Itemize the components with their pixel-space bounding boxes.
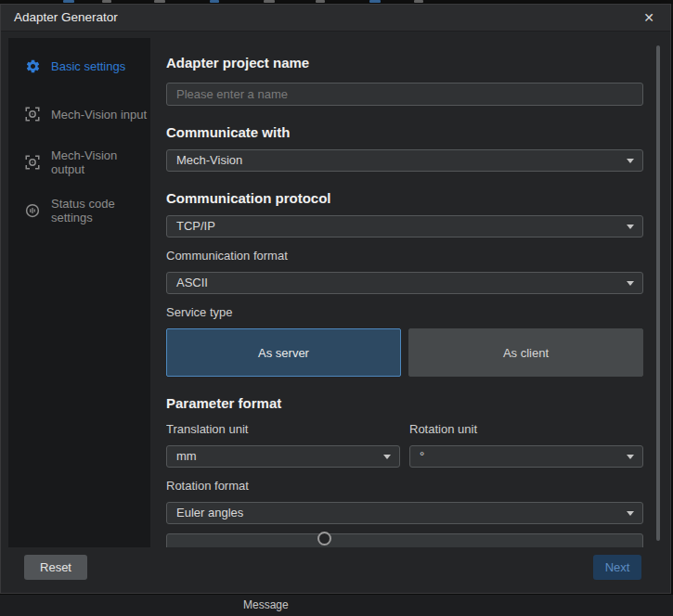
settings-form: Adapter project name Communicate with Me… bbox=[166, 38, 643, 547]
chevron-down-icon bbox=[627, 225, 634, 229]
screen: Adapter Generator ✕ Basic settings Mech-… bbox=[0, 0, 673, 616]
close-icon[interactable]: ✕ bbox=[639, 5, 659, 31]
toolbar-fragment bbox=[63, 0, 74, 3]
rotation-format-label: Rotation format bbox=[166, 479, 643, 493]
communicate-with-value: Mech-Vision bbox=[176, 150, 242, 171]
clipped-radio-icon bbox=[317, 532, 331, 545]
sidebar-item-label: Mech-Vision input bbox=[51, 108, 147, 122]
toolbar-fragment bbox=[210, 0, 219, 3]
rotation-unit-dropdown[interactable]: ° bbox=[409, 445, 643, 468]
toolbar-fragment bbox=[316, 0, 325, 3]
rotation-unit-label: Rotation unit bbox=[409, 422, 643, 436]
gear-icon bbox=[24, 58, 41, 74]
toolbar-fragment bbox=[414, 0, 423, 3]
reset-button[interactable]: Reset bbox=[24, 555, 87, 580]
chevron-down-icon bbox=[627, 281, 634, 286]
service-type-as-server[interactable]: As server bbox=[166, 328, 401, 377]
rotation-unit-value: ° bbox=[420, 446, 424, 467]
dialog-title: Adapter Generator bbox=[14, 5, 118, 31]
communication-format-dropdown[interactable]: ASCII bbox=[166, 272, 643, 294]
sidebar-item-label: Status code settings bbox=[51, 197, 150, 225]
protocol-heading: Communication protocol bbox=[166, 190, 643, 207]
toolbar-fragment bbox=[264, 0, 275, 3]
protocol-value: TCP/IP bbox=[176, 216, 215, 237]
toolbar-fragment bbox=[154, 0, 165, 3]
chevron-down-icon bbox=[627, 159, 634, 163]
service-type-as-client[interactable]: As client bbox=[408, 328, 643, 377]
service-type-toggle: As server As client bbox=[166, 328, 643, 377]
translation-unit-value: mm bbox=[176, 446, 197, 467]
adapter-generator-dialog: Adapter Generator ✕ Basic settings Mech-… bbox=[0, 4, 671, 594]
toolbar-fragment bbox=[369, 0, 381, 3]
communication-format-label: Communication format bbox=[166, 249, 643, 263]
rotation-format-value: Euler angles bbox=[176, 503, 243, 523]
sidebar: Basic settings Mech-Vision input Mech-Vi… bbox=[8, 38, 150, 547]
service-type-label: Service type bbox=[166, 305, 643, 319]
status-code-icon bbox=[24, 202, 41, 219]
toolbar-fragment bbox=[102, 0, 111, 3]
sidebar-item-mech-vision-output[interactable]: Mech-Vision output bbox=[8, 138, 150, 186]
vision-input-icon bbox=[24, 106, 41, 122]
next-button[interactable]: Next bbox=[593, 555, 641, 580]
clipped-next-field[interactable] bbox=[166, 533, 643, 547]
translation-unit-dropdown[interactable]: mm bbox=[166, 445, 400, 468]
project-name-input[interactable] bbox=[166, 83, 643, 106]
chevron-down-icon bbox=[627, 455, 634, 459]
protocol-dropdown[interactable]: TCP/IP bbox=[166, 215, 643, 237]
sidebar-item-label: Basic settings bbox=[51, 59, 125, 73]
dialog-titlebar[interactable]: Adapter Generator ✕ bbox=[1, 5, 670, 32]
communication-format-value: ASCII bbox=[176, 273, 208, 293]
chevron-down-icon bbox=[383, 455, 391, 459]
sidebar-item-status-code-settings[interactable]: Status code settings bbox=[8, 186, 150, 235]
message-tab[interactable]: Message bbox=[243, 595, 289, 616]
rotation-format-dropdown[interactable]: Euler angles bbox=[166, 502, 643, 524]
sidebar-item-mech-vision-input[interactable]: Mech-Vision input bbox=[8, 90, 150, 138]
sidebar-item-label: Mech-Vision output bbox=[51, 148, 150, 176]
translation-unit-label: Translation unit bbox=[166, 422, 400, 436]
scrollbar-thumb[interactable] bbox=[656, 45, 660, 541]
chevron-down-icon bbox=[627, 511, 634, 516]
vision-output-icon bbox=[24, 154, 41, 171]
communicate-with-dropdown[interactable]: Mech-Vision bbox=[166, 149, 643, 172]
communicate-with-heading: Communicate with bbox=[166, 124, 643, 141]
vertical-scrollbar bbox=[656, 44, 660, 545]
background-app-message-bar: Message bbox=[0, 594, 673, 616]
project-name-heading: Adapter project name bbox=[166, 55, 643, 71]
parameter-format-heading: Parameter format bbox=[166, 395, 643, 412]
sidebar-item-basic-settings[interactable]: Basic settings bbox=[8, 42, 150, 90]
